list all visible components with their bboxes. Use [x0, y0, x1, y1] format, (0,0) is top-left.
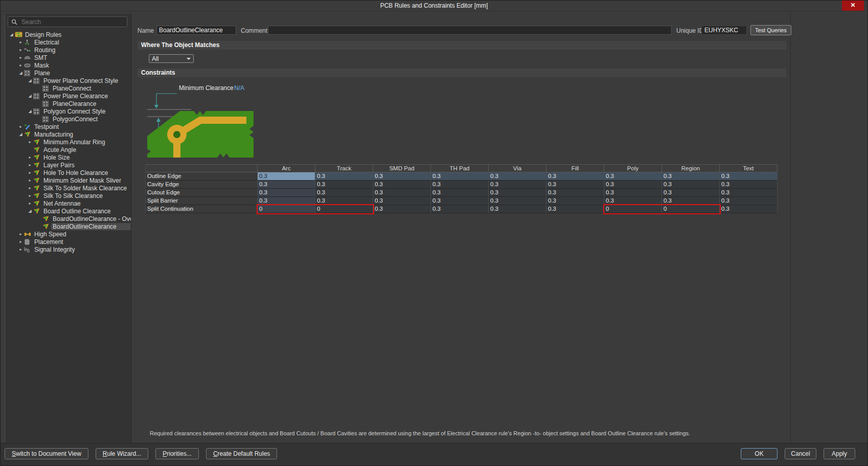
tree-item-routing[interactable]: ▸Routing: [5, 46, 131, 54]
search-box[interactable]: [8, 16, 127, 27]
expand-arrow-icon[interactable]: ▸: [17, 48, 24, 52]
tree-item-board-outline-clearance[interactable]: ◢Board Outline Clearance: [5, 207, 131, 215]
value-cell[interactable]: 0.3: [431, 172, 489, 181]
expand-arrow-icon[interactable]: ▸: [27, 186, 33, 190]
value-cell[interactable]: 0.3: [604, 172, 662, 181]
tree-item-minimum-annular-ring[interactable]: ▸Minimum Annular Ring: [5, 138, 131, 146]
value-cell[interactable]: 0.3: [662, 172, 720, 181]
tree-item-layer-pairs[interactable]: ▸Layer Pairs: [5, 161, 131, 169]
value-cell[interactable]: 0.3: [720, 172, 778, 181]
tree-item-high-speed[interactable]: ▸High Speed: [5, 230, 131, 238]
value-cell[interactable]: 0.3: [489, 197, 546, 205]
switch-to-document-view-button[interactable]: Switch to Document View: [5, 448, 88, 459]
collapse-arrow-icon[interactable]: ◢: [8, 32, 15, 37]
tree-item-boardoutlineclearance-over[interactable]: BoardOutlineClearance - Over: [5, 215, 131, 223]
close-button[interactable]: ✕: [842, 1, 864, 11]
collapse-arrow-icon[interactable]: ◢: [27, 78, 33, 83]
value-cell[interactable]: 0.3: [546, 172, 604, 181]
tree-item-polygon-connect-style[interactable]: ◢Polygon Connect Style: [5, 107, 131, 115]
collapse-arrow-icon[interactable]: ◢: [27, 209, 33, 213]
column-header-text[interactable]: Text: [720, 164, 778, 172]
scope-dropdown[interactable]: All: [149, 54, 194, 63]
search-input[interactable]: [20, 18, 124, 26]
value-cell[interactable]: 0.3: [720, 189, 778, 197]
value-cell[interactable]: 0: [662, 205, 720, 213]
value-cell[interactable]: 0.3: [258, 181, 315, 189]
tree-item-silk-to-silk-clearance[interactable]: ▸Silk To Silk Clearance: [5, 192, 131, 199]
value-cell[interactable]: 0.3: [662, 181, 720, 189]
column-header-arc[interactable]: Arc: [258, 164, 315, 172]
value-cell[interactable]: 0.3: [431, 189, 489, 197]
expand-arrow-icon[interactable]: ▸: [17, 239, 24, 244]
tree-item-manufacturing[interactable]: ◢Manufacturing: [5, 130, 131, 138]
value-cell[interactable]: 0.3: [431, 205, 489, 213]
expand-arrow-icon[interactable]: ▸: [27, 140, 33, 144]
value-cell[interactable]: 0.3: [373, 181, 431, 189]
tree-item-electrical[interactable]: ▸Electrical: [5, 38, 131, 46]
collapse-arrow-icon[interactable]: ◢: [17, 132, 24, 137]
value-cell[interactable]: 0.3: [489, 205, 546, 213]
expand-arrow-icon[interactable]: ▸: [17, 124, 24, 129]
value-cell[interactable]: 0.3: [258, 172, 315, 181]
value-cell[interactable]: 0: [604, 205, 662, 213]
expand-arrow-icon[interactable]: ▸: [27, 178, 33, 183]
collapse-arrow-icon[interactable]: ◢: [27, 109, 33, 114]
expand-arrow-icon[interactable]: ▸: [27, 193, 33, 198]
value-cell[interactable]: 0.3: [604, 189, 662, 197]
expand-arrow-icon[interactable]: ▸: [27, 170, 33, 175]
value-cell[interactable]: 0.3: [315, 172, 373, 181]
value-cell[interactable]: 0.3: [662, 189, 720, 197]
value-cell[interactable]: 0.3: [662, 197, 720, 205]
tree-item-design-rules[interactable]: ◢Design Rules: [5, 31, 131, 38]
tree-item-net-antennae[interactable]: ▸Net Antennae: [5, 199, 131, 207]
value-cell[interactable]: 0.3: [489, 189, 546, 197]
expand-arrow-icon[interactable]: ▸: [27, 155, 33, 160]
column-header-poly[interactable]: Poly: [604, 164, 662, 172]
tree-item-hole-to-hole-clearance[interactable]: ▸Hole To Hole Clearance: [5, 169, 131, 176]
priorities-button[interactable]: Priorities...: [155, 448, 199, 459]
value-cell[interactable]: 0.3: [373, 197, 431, 205]
value-cell[interactable]: 0.3: [315, 189, 373, 197]
apply-button[interactable]: Apply: [824, 448, 855, 459]
expand-arrow-icon[interactable]: ▸: [17, 40, 24, 45]
tree-item-smt[interactable]: ▸SMT: [5, 54, 131, 61]
tree-item-testpoint[interactable]: ▸Testpoint: [5, 123, 131, 130]
value-cell[interactable]: 0.3: [489, 181, 546, 189]
column-header-track[interactable]: Track: [315, 164, 373, 172]
expand-arrow-icon[interactable]: ▸: [17, 55, 24, 60]
tree-item-minimum-solder-mask-sliver[interactable]: ▸Minimum Solder Mask Sliver: [5, 176, 131, 184]
value-cell[interactable]: 0.3: [546, 197, 604, 205]
test-queries-button[interactable]: Test Queries: [750, 25, 791, 35]
rule-wizard-button[interactable]: Rule Wizard...: [96, 448, 148, 459]
create-default-rules-button[interactable]: Create Default Rules: [206, 448, 277, 459]
value-cell[interactable]: 0.3: [315, 181, 373, 189]
column-header-smd-pad[interactable]: SMD Pad: [373, 164, 431, 172]
value-cell[interactable]: 0.3: [258, 189, 315, 197]
value-cell[interactable]: 0.3: [546, 189, 604, 197]
tree-item-planeconnect[interactable]: PlaneConnect: [5, 84, 131, 92]
column-header-via[interactable]: Via: [489, 164, 546, 172]
tree-item-power-plane-clearance[interactable]: ◢Power Plane Clearance: [5, 92, 131, 100]
value-cell[interactable]: 0.3: [546, 205, 604, 213]
expand-arrow-icon[interactable]: ▸: [27, 201, 33, 206]
value-cell[interactable]: 0.3: [315, 197, 373, 205]
column-header-th-pad[interactable]: TH Pad: [431, 164, 489, 172]
value-cell[interactable]: 0.3: [720, 181, 778, 189]
value-cell[interactable]: 0.3: [431, 197, 489, 205]
column-header-fill[interactable]: Fill: [546, 164, 604, 172]
value-cell[interactable]: 0.3: [720, 205, 778, 213]
value-cell[interactable]: 0.3: [546, 181, 604, 189]
expand-arrow-icon[interactable]: ▸: [17, 63, 24, 68]
comment-input[interactable]: [268, 26, 672, 35]
tree-item-plane[interactable]: ◢Plane: [5, 69, 131, 77]
collapse-arrow-icon[interactable]: ◢: [27, 94, 33, 98]
tree-item-silk-to-solder-mask-clearance[interactable]: ▸Silk To Solder Mask Clearance: [5, 184, 131, 192]
value-cell[interactable]: 0.3: [604, 197, 662, 205]
tree-item-signal-integrity[interactable]: ▸Signal Integrity: [5, 246, 131, 253]
value-cell[interactable]: 0.3: [373, 205, 431, 213]
tree-item-hole-size[interactable]: ▸Hole Size: [5, 153, 131, 161]
value-cell[interactable]: 0: [315, 205, 373, 213]
tree-item-planeclearance[interactable]: PlaneClearance: [5, 100, 131, 107]
ok-button[interactable]: OK: [741, 448, 778, 459]
expand-arrow-icon[interactable]: ▸: [17, 247, 24, 252]
